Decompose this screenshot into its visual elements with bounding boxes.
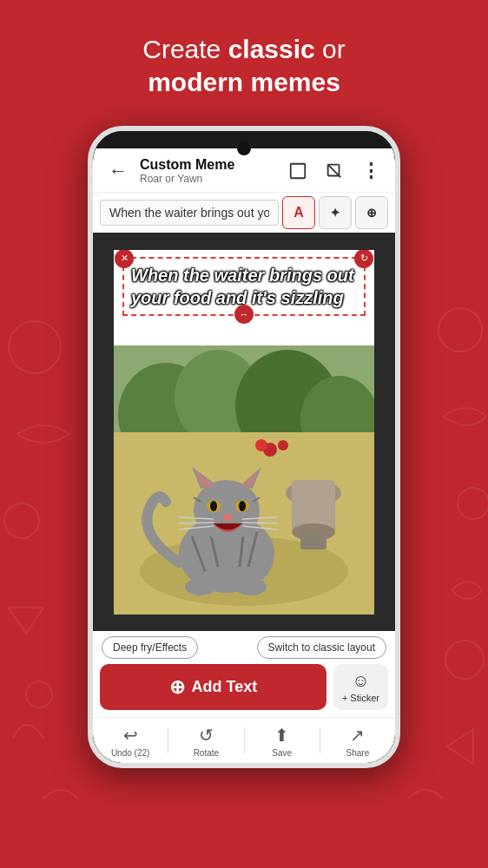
switch-layout-button[interactable]: Switch to classic layout xyxy=(257,636,386,659)
header-section: Create classic or modern memes xyxy=(0,33,488,98)
plus-icon: ⊕ xyxy=(169,676,185,699)
canvas-area: ✕ ↻ ↔ When the waiter brings out your fo… xyxy=(93,233,395,631)
nav-undo[interactable]: ↩ Undo (22) xyxy=(93,718,168,763)
sticker-button[interactable]: ☺ + Sticker xyxy=(333,664,388,710)
phone-screen: ← Custom Meme Roar or Yawn ⋮ xyxy=(93,131,395,763)
text-overlay-container[interactable]: ✕ ↻ ↔ When the waiter brings out your fo… xyxy=(114,250,374,323)
crop-icon-button[interactable] xyxy=(320,157,348,185)
format-icons: A ✦ ⊕ xyxy=(282,196,388,229)
cat-image-area xyxy=(114,345,374,615)
undo-icon: ↩ xyxy=(123,725,138,746)
svg-rect-6 xyxy=(291,164,306,179)
svg-rect-19 xyxy=(300,532,326,549)
svg-point-0 xyxy=(9,321,61,373)
app-bar-icons: ⋮ xyxy=(284,157,385,185)
title-group: Custom Meme Roar or Yawn xyxy=(140,157,277,185)
add-text-button[interactable]: ⊕ Add Text xyxy=(100,664,326,710)
bottom-controls: Deep fry/Effects Switch to classic layou… xyxy=(93,631,395,763)
svg-point-3 xyxy=(439,308,482,352)
svg-point-4 xyxy=(458,488,488,519)
meme-text-input[interactable] xyxy=(100,200,279,226)
svg-line-43 xyxy=(179,523,214,523)
sticker-format-button[interactable]: ✦ xyxy=(319,196,352,229)
deep-fry-button[interactable]: Deep fry/Effects xyxy=(102,636,198,659)
svg-point-2 xyxy=(26,681,52,707)
header-line1: Create classic or xyxy=(0,33,488,66)
text-overlay-box[interactable]: ✕ ↻ ↔ When the waiter brings out your fo… xyxy=(122,257,366,316)
move-button[interactable]: ⊕ xyxy=(355,196,388,229)
bottom-nav: ↩ Undo (22) ↺ Rotate ⬆ Save ↗ Share xyxy=(93,717,395,763)
svg-point-41 xyxy=(223,514,232,521)
svg-line-46 xyxy=(242,523,277,523)
phone-notch xyxy=(237,141,251,155)
svg-point-22 xyxy=(255,439,267,451)
svg-point-1 xyxy=(4,503,39,538)
svg-point-5 xyxy=(445,641,484,679)
handle-top-left[interactable]: ✕ xyxy=(115,250,134,268)
text-input-bar: A ✦ ⊕ xyxy=(93,192,395,233)
square-icon-button[interactable] xyxy=(284,157,312,185)
nav-share[interactable]: ↗ Share xyxy=(320,718,395,763)
handle-bottom[interactable]: ↔ xyxy=(234,305,254,324)
buttons-row: Deep fry/Effects Switch to classic layou… xyxy=(93,631,395,664)
svg-point-29 xyxy=(235,578,267,595)
add-text-row: ⊕ Add Text ☺ + Sticker xyxy=(93,664,395,717)
rotate-icon: ↺ xyxy=(199,725,214,746)
nav-rotate[interactable]: ↺ Rotate xyxy=(168,718,243,763)
more-options-button[interactable]: ⋮ xyxy=(357,157,385,185)
svg-point-28 xyxy=(185,578,216,595)
app-subtitle: Roar or Yawn xyxy=(140,173,277,185)
app-title: Custom Meme xyxy=(140,157,277,173)
nav-save[interactable]: ⬆ Save xyxy=(245,718,320,763)
meme-overlay-text: When the waiter brings out your food and… xyxy=(131,264,357,309)
handle-top-right[interactable]: ↻ xyxy=(354,250,373,268)
svg-point-21 xyxy=(278,440,288,450)
font-style-button[interactable]: A xyxy=(282,196,315,229)
header-line2: modern memes xyxy=(0,66,488,99)
phone-mockup: ← Custom Meme Roar or Yawn ⋮ xyxy=(88,126,400,768)
svg-point-39 xyxy=(210,501,217,511)
sticker-icon: ☺ xyxy=(352,671,369,691)
svg-point-40 xyxy=(239,501,246,511)
share-icon: ↗ xyxy=(350,725,365,746)
back-button[interactable]: ← xyxy=(103,158,133,184)
save-icon: ⬆ xyxy=(274,725,289,746)
meme-canvas: ✕ ↻ ↔ When the waiter brings out your fo… xyxy=(114,250,374,615)
